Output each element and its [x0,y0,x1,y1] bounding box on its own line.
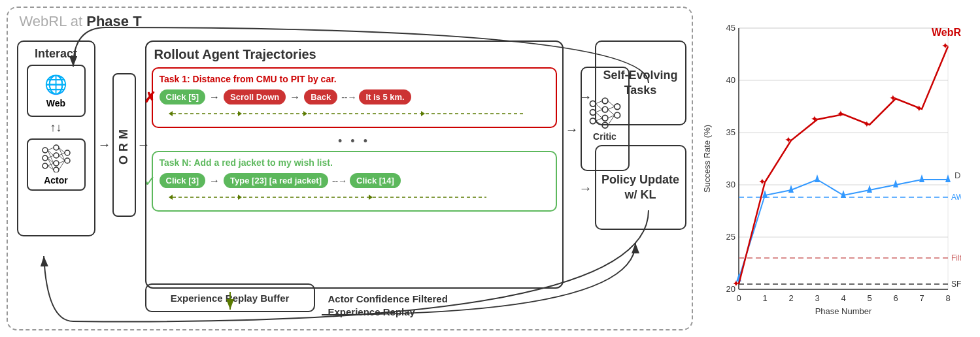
orm-label: ORM [117,125,131,165]
svg-text:30: 30 [726,180,735,189]
svg-text:5: 5 [867,293,871,303]
feedback-svg-1 [160,107,549,119]
feedback-svg-2 [160,191,549,202]
svg-text:0: 0 [736,293,741,303]
svg-marker-31 [369,195,373,200]
svg-text:2: 2 [788,293,793,303]
step-click14: Click [14] [350,173,401,188]
taskN-steps: Click [3] → Type [23] [a red jacket] - -… [160,173,549,188]
svg-rect-54 [739,28,948,289]
svg-text:✦: ✦ [785,135,792,145]
svg-text:3: 3 [815,293,819,303]
step-answer: It is 5 km. [359,89,411,104]
exp-replay-label: Experience Replay Buffer [171,293,290,304]
browser-icon: 🌐 [44,74,67,95]
svg-text:✦: ✦ [758,176,766,187]
interact-box: Interact 🌐 Web ↑↓ [17,40,95,236]
main-container: WebRL at Phase T Interact 🌐 Web ↑↓ [7,5,974,332]
svg-text:6: 6 [893,293,898,303]
svg-text:25: 25 [726,232,735,242]
step-click5: Click [5] [160,89,206,104]
trajectories-box: Rollout Agent Trajectories ✗ Task 1: Dis… [145,40,564,289]
svg-text:Phase Number: Phase Number [815,306,871,316]
arrow3: - - → [341,92,355,103]
taskN-label: Task N: Add a red jacket to my wish list… [160,157,549,168]
svg-point-3 [54,145,59,150]
svg-point-7 [65,150,70,155]
svg-text:✦: ✦ [837,108,845,119]
task-success-box: ✓ Task N: Add a red jacket to my wish li… [152,151,557,212]
step-back: Back [304,89,337,104]
svg-text:SFT: SFT [951,280,961,289]
task1-steps: Click [5] → Scroll Down → Back - - → It … [160,89,549,104]
arrow2: → [290,91,300,103]
arrow-traj-critic: → [566,122,579,137]
svg-text:WebRL: WebRL [932,27,961,38]
diagram-container: WebRL at Phase T Interact 🌐 Web ↑↓ [7,7,693,330]
svg-text:✦: ✦ [732,278,740,289]
svg-point-6 [54,167,59,172]
cross-mark: ✗ [144,89,156,106]
svg-text:4: 4 [841,293,845,303]
svg-text:8: 8 [945,293,950,303]
orm-box: ORM [112,73,136,217]
task-failed-box: ✗ Task 1: Distance from CMU to PIT by ca… [152,67,557,128]
step-click3: Click [3] [160,173,206,188]
arrow-critic-policy: → [579,181,592,196]
actor-box: Actor [27,138,86,191]
svg-point-0 [42,148,48,153]
svg-text:35: 35 [726,127,735,137]
svg-line-19 [59,155,65,161]
svg-text:Filtered BC: Filtered BC [951,253,961,263]
svg-marker-27 [421,111,425,116]
svg-text:7: 7 [919,293,924,303]
svg-line-9 [48,148,54,150]
svg-line-10 [48,150,54,155]
phase-highlight: Phase T [86,13,141,29]
actor-confidence-sub: Experience Replay [328,306,415,317]
arrow5: - - → [332,176,346,186]
policy-update-label: Policy Update w/ KL [601,172,680,203]
svg-text:✦: ✦ [811,114,819,124]
step-type: Type [23] [a red jacket] [224,173,328,188]
svg-text:40: 40 [726,75,735,85]
svg-text:AWR: AWR [951,193,961,202]
web-box: 🌐 Web [27,65,86,117]
policy-update-box: Policy Update w/ KL [595,145,686,230]
actor-confidence-label: Actor Confidence Filtered [328,293,448,304]
svg-marker-30 [238,195,242,200]
up-down-arrows: ↑↓ [50,121,62,135]
svg-line-17 [59,148,65,153]
svg-text:✦: ✦ [915,103,923,114]
svg-text:1: 1 [762,293,767,303]
svg-marker-29 [169,195,173,200]
svg-text:Success Rate (%): Success Rate (%) [702,125,712,193]
arrow-interact-orm: → [98,137,111,152]
task-divider: • • • [152,135,557,148]
svg-marker-24 [169,111,173,116]
step-scroll: Scroll Down [224,89,286,104]
phase-title: WebRL at Phase T [20,13,142,30]
svg-text:DigiRL: DigiRL [955,170,961,180]
svg-line-12 [48,158,54,163]
interact-label: Interact [35,47,77,61]
task1-label: Task 1: Distance from CMU to PIT by car. [160,74,549,84]
self-evolving-box: Self-Evolving Tasks [595,40,686,125]
self-evolving-label: Self-Evolving Tasks [601,68,680,99]
svg-point-2 [42,163,48,168]
chart-container: 20 25 30 35 40 45 0 1 2 3 4 5 6 7 8 Succ… [700,15,961,322]
svg-text:✦: ✦ [941,40,949,51]
svg-point-8 [65,158,70,163]
trajectories-title: Rollout Agent Trajectories [154,47,557,62]
svg-line-22 [59,148,65,161]
svg-point-1 [42,155,48,161]
performance-chart: 20 25 30 35 40 45 0 1 2 3 4 5 6 7 8 Succ… [700,15,961,322]
neural-net-icon [40,144,73,172]
exp-replay-buffer-box: Experience Replay Buffer [145,283,315,312]
svg-marker-25 [238,111,242,116]
svg-point-5 [54,161,59,166]
svg-text:✦: ✦ [889,93,897,103]
svg-line-15 [48,150,54,163]
svg-text:45: 45 [726,23,735,33]
arrow1: → [209,91,220,103]
